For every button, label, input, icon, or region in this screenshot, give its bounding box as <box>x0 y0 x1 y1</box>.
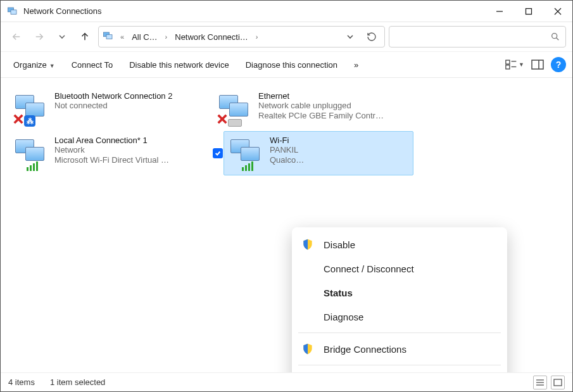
search-icon <box>550 32 560 42</box>
nav-back-button[interactable] <box>7 27 26 46</box>
connection-name: Bluetooth Network Connection 2 <box>54 91 172 101</box>
view-large-icons-button[interactable] <box>551 376 565 389</box>
window-title: Network Connections <box>23 6 485 16</box>
connection-icon <box>217 91 252 127</box>
selection-checkbox[interactable] <box>213 148 223 158</box>
menu-separator <box>298 365 501 365</box>
connection-status: Network <box>54 145 169 155</box>
diagnose-button[interactable]: Diagnose this connection <box>239 58 344 72</box>
organize-button[interactable]: Organize▼ <box>7 58 61 72</box>
context-menu: Disable Connect / Disconnect Status Diag… <box>292 227 507 392</box>
breadcrumb-seg2[interactable]: Network Connecti… <box>173 32 249 42</box>
connection-item-lac[interactable]: Local Area Connection* 1 Network Microso… <box>8 131 198 175</box>
disable-device-button[interactable]: Disable this network device <box>123 58 236 72</box>
address-bar[interactable]: « All C… › Network Connecti… › <box>98 26 385 47</box>
help-button[interactable]: ? <box>551 57 566 72</box>
connection-device: Realtek PCIe GBE Family Contr… <box>258 111 384 121</box>
overflow-button[interactable]: » <box>348 58 365 72</box>
ethernet-plug-icon <box>228 119 242 127</box>
connection-status: Network cable unplugged <box>258 101 384 111</box>
chevron-right-icon: › <box>163 33 170 41</box>
svg-rect-11 <box>506 65 510 69</box>
connection-name: Wi-Fi <box>270 136 289 145</box>
connection-name: Local Area Connection* 1 <box>54 136 148 145</box>
chevron-right-icon: › <box>253 33 261 41</box>
svg-rect-3 <box>526 8 532 14</box>
breadcrumb-prefix: « <box>118 33 127 41</box>
menu-disable[interactable]: Disable <box>292 232 507 256</box>
search-input[interactable] <box>389 26 566 47</box>
view-layout-button[interactable]: ▼ <box>505 55 524 74</box>
menu-diagnose[interactable]: Diagnose <box>292 305 507 329</box>
connection-device: Microsoft Wi-Fi Direct Virtual … <box>54 155 169 165</box>
signal-bars-icon <box>27 161 38 171</box>
status-item-count: 4 items <box>8 377 35 387</box>
breadcrumb-seg1[interactable]: All C… <box>130 32 158 42</box>
shield-icon <box>301 342 315 356</box>
maximize-button[interactable] <box>514 1 543 22</box>
connection-item-wifi[interactable]: Wi-Fi PANKIL Qualco… <box>224 131 413 175</box>
svg-point-8 <box>552 34 557 39</box>
connection-status: PANKIL <box>270 145 304 155</box>
nav-forward-button[interactable] <box>30 27 49 46</box>
error-x-icon <box>13 113 24 125</box>
address-dropdown-button[interactable] <box>341 28 359 46</box>
address-icon <box>103 30 114 44</box>
signal-bars-icon <box>242 161 253 171</box>
status-bar: 4 items 1 item selected <box>1 372 572 391</box>
status-selected-count: 1 item selected <box>50 377 105 387</box>
connection-icon <box>13 136 48 171</box>
close-button[interactable] <box>543 1 572 22</box>
connection-device: Qualco… <box>270 155 304 165</box>
menu-separator <box>298 332 501 333</box>
view-details-button[interactable] <box>533 376 547 389</box>
menu-status[interactable]: Status <box>292 281 507 305</box>
refresh-button[interactable] <box>363 28 381 46</box>
connect-to-button[interactable]: Connect To <box>65 58 120 72</box>
connection-name: Ethernet <box>258 91 289 101</box>
svg-rect-23 <box>554 379 562 386</box>
bluetooth-icon: ⁂ <box>24 115 35 127</box>
connection-icon <box>228 136 263 171</box>
svg-line-9 <box>557 38 559 41</box>
menu-bridge-connections[interactable]: Bridge Connections <box>292 337 507 361</box>
connection-item-bluetooth[interactable]: ⁂ Bluetooth Network Connection 2 Not con… <box>8 87 198 131</box>
app-icon <box>7 6 18 17</box>
svg-rect-7 <box>106 34 112 39</box>
nav-up-button[interactable] <box>75 27 94 46</box>
connection-icon: ⁂ <box>13 91 48 127</box>
nav-recent-button[interactable] <box>53 27 72 46</box>
menu-connect-disconnect[interactable]: Connect / Disconnect <box>292 256 507 281</box>
svg-rect-1 <box>11 9 16 14</box>
error-x-icon <box>217 113 228 125</box>
svg-rect-10 <box>506 60 510 64</box>
minimize-button[interactable] <box>485 1 514 22</box>
connection-status: Not connected <box>54 101 172 111</box>
shield-icon <box>301 237 315 251</box>
svg-rect-14 <box>532 60 543 69</box>
preview-pane-button[interactable] <box>528 55 547 74</box>
connection-item-ethernet[interactable]: Ethernet Network cable unplugged Realtek… <box>212 87 402 131</box>
